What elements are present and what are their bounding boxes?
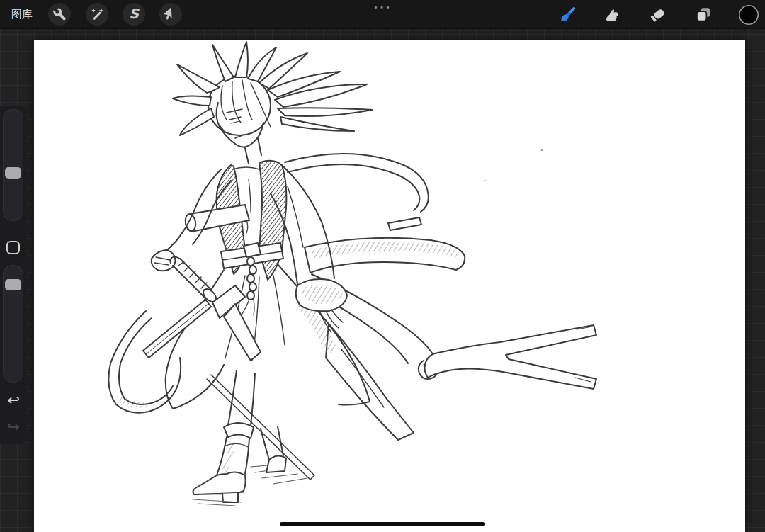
app-workspace: 图库 S ••• [0,0,765,532]
layers-icon [694,6,713,24]
color-button[interactable] [737,3,761,27]
transform-button[interactable] [159,3,182,26]
brush-size-thumb[interactable] [5,167,21,179]
paintbrush-icon [558,6,577,24]
artwork-sketch [34,40,745,532]
layers-button[interactable] [691,3,715,27]
redo-button[interactable]: ↪ [0,417,27,438]
drawing-canvas[interactable] [34,40,745,532]
erase-tool-button[interactable] [646,3,670,27]
undo-button[interactable]: ↩ [0,390,27,411]
magic-wand-icon [89,6,105,22]
wrench-icon [52,6,67,22]
smudge-tool-button[interactable] [601,3,625,27]
actions-button[interactable] [48,3,71,26]
eraser-icon [649,6,667,24]
opacity-thumb[interactable] [5,279,21,290]
gallery-button[interactable]: 图库 [11,0,33,29]
brush-size-slider[interactable] [3,109,23,221]
opacity-slider[interactable] [3,265,23,383]
system-handle-dots[interactable]: ••• [366,2,400,13]
modify-button[interactable] [6,241,20,254]
selection-s-icon: S [129,6,139,21]
paint-tool-button[interactable] [555,3,579,27]
color-swatch-circle [737,4,760,26]
transform-arrow-icon [163,6,178,22]
brush-sidebar: ↩ ↪ [0,106,27,444]
adjustments-button[interactable] [86,3,108,26]
smudge-finger-icon [604,6,622,24]
home-indicator-bar[interactable] [280,522,485,526]
top-toolbar: 图库 S ••• [0,0,765,29]
selection-button[interactable]: S [123,3,145,26]
